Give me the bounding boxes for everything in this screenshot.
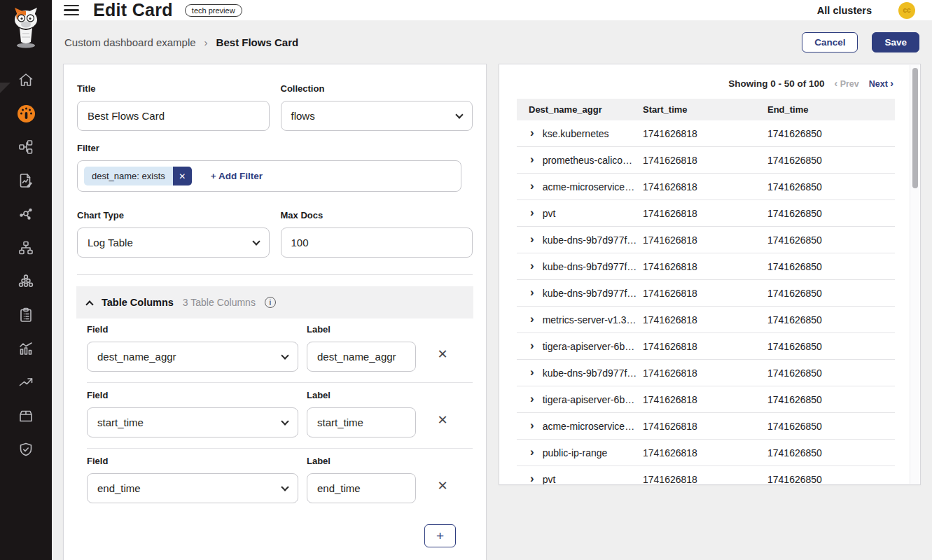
- topology-icon[interactable]: [9, 231, 43, 265]
- field-label: Field: [87, 324, 298, 335]
- content-area: Custom dashboard example › Best Flows Ca…: [52, 20, 932, 560]
- row-expand-chevron-icon[interactable]: ›: [530, 447, 534, 458]
- cell-dest-name: prometheus-calico…: [543, 155, 632, 166]
- table-row[interactable]: › tigera-apiserver-6b… 1741626818 174162…: [517, 386, 895, 413]
- table-row[interactable]: › pvt 1741626818 1741626850: [517, 200, 895, 227]
- row-expand-chevron-icon[interactable]: ›: [530, 421, 534, 432]
- chevron-down-icon: [281, 351, 288, 359]
- field-value: start_time: [97, 416, 144, 428]
- remove-column-icon[interactable]: ✕: [432, 412, 453, 428]
- max-docs-input[interactable]: [281, 227, 473, 258]
- chart-type-select[interactable]: Log Table: [77, 227, 270, 258]
- filter-chip-text: dest_name: exists: [84, 167, 173, 186]
- save-button[interactable]: Save: [872, 32, 919, 52]
- cell-end-time: 1741626850: [767, 314, 895, 326]
- table-row[interactable]: › tigera-apiserver-6b… 1741626818 174162…: [517, 333, 895, 360]
- table-row[interactable]: › kube-dns-9b7d977f… 1741626818 17416268…: [517, 227, 895, 253]
- row-expand-chevron-icon[interactable]: ›: [530, 314, 534, 326]
- cluster-selector[interactable]: All clusters: [817, 5, 872, 16]
- prev-page-button[interactable]: ‹ Prev: [834, 78, 858, 89]
- filter-input[interactable]: dest_name: exists ✕ + Add Filter: [77, 160, 461, 192]
- chevron-down-icon: [455, 111, 463, 118]
- row-expand-chevron-icon[interactable]: ›: [530, 181, 534, 192]
- row-expand-chevron-icon[interactable]: ›: [530, 474, 534, 485]
- label-label: Label: [307, 324, 416, 335]
- chevron-up-icon: [85, 300, 93, 308]
- row-expand-chevron-icon[interactable]: ›: [530, 155, 534, 166]
- cell-dest-name: acme-microservice…: [543, 421, 634, 432]
- card-editor-panel: Title Collection flows Filter: [63, 64, 487, 560]
- user-avatar[interactable]: cc: [898, 2, 915, 19]
- label-input[interactable]: [307, 473, 416, 503]
- table-row[interactable]: › public-ip-range 1741626818 1741626850: [517, 440, 895, 466]
- column-config-row: Field end_time Label ✕: [77, 450, 473, 503]
- row-expand-chevron-icon[interactable]: ›: [530, 341, 534, 352]
- cell-start-time: 1741626818: [643, 314, 767, 326]
- field-value: end_time: [97, 482, 141, 494]
- table-scrollbar-track[interactable]: [910, 65, 919, 484]
- table-row[interactable]: › prometheus-calico… 1741626818 17416268…: [517, 147, 895, 174]
- column-header-start: Start_time: [643, 104, 767, 115]
- cell-start-time: 1741626818: [643, 341, 767, 352]
- cell-end-time: 1741626850: [767, 421, 895, 432]
- next-page-button[interactable]: Next ›: [869, 78, 893, 89]
- row-expand-chevron-icon[interactable]: ›: [530, 394, 534, 405]
- remove-column-icon[interactable]: ✕: [432, 478, 453, 493]
- table-columns-collapse-header[interactable]: Table Columns 3 Table Columns i: [76, 286, 473, 318]
- chevron-down-icon: [252, 237, 260, 245]
- network-flows-icon[interactable]: [9, 130, 43, 164]
- row-expand-chevron-icon[interactable]: ›: [530, 288, 534, 299]
- cell-dest-name: kube-dns-9b7d977f…: [543, 288, 637, 299]
- title-input[interactable]: [77, 101, 270, 131]
- cell-start-time: 1741626818: [643, 208, 767, 219]
- table-row[interactable]: › kube-dns-9b7d977f… 1741626818 17416268…: [517, 253, 895, 280]
- add-column-button[interactable]: +: [424, 524, 456, 547]
- field-select[interactable]: dest_name_aggr: [87, 342, 298, 372]
- package-icon[interactable]: [9, 399, 43, 433]
- row-expand-chevron-icon[interactable]: ›: [530, 261, 534, 272]
- table-row[interactable]: › acme-microservice… 1741626818 17416268…: [517, 174, 895, 200]
- cell-dest-name: tigera-apiserver-6b…: [543, 394, 635, 405]
- prev-label: Prev: [840, 79, 859, 89]
- sidebar: [0, 0, 52, 560]
- service-graph-icon[interactable]: [9, 197, 43, 231]
- field-select[interactable]: end_time: [87, 473, 298, 503]
- calico-cat-logo[interactable]: [8, 0, 44, 55]
- clusters-icon[interactable]: [9, 265, 43, 298]
- table-row[interactable]: › metrics-server-v1.3… 1741626818 174162…: [517, 307, 895, 333]
- row-expand-chevron-icon[interactable]: ›: [530, 234, 534, 246]
- breadcrumb-current: Best Flows Card: [216, 36, 299, 48]
- logs-chart-icon[interactable]: [9, 332, 43, 365]
- hamburger-menu-icon[interactable]: [64, 5, 79, 16]
- shield-check-icon[interactable]: [9, 433, 43, 466]
- row-expand-chevron-icon[interactable]: ›: [530, 368, 534, 379]
- pagination-showing: Showing 0 - 50 of 100: [728, 78, 824, 89]
- home-icon[interactable]: [9, 63, 43, 97]
- field-select[interactable]: start_time: [87, 407, 298, 438]
- table-row[interactable]: › kube-dns-9b7d977f… 1741626818 17416268…: [517, 360, 895, 386]
- clipboard-list-icon[interactable]: [9, 298, 43, 332]
- table-row[interactable]: › kse.kubernetes 1741626818 1741626850: [517, 120, 895, 147]
- row-expand-chevron-icon[interactable]: ›: [530, 128, 534, 139]
- row-expand-chevron-icon[interactable]: ›: [530, 208, 534, 219]
- cell-dest-name: tigera-apiserver-6b…: [543, 341, 635, 352]
- label-input[interactable]: [307, 407, 416, 438]
- breadcrumb-parent-link[interactable]: Custom dashboard example: [64, 36, 196, 48]
- remove-column-icon[interactable]: ✕: [432, 346, 453, 362]
- flows-table-rows: › kse.kubernetes 1741626818 1741626850 ›…: [517, 120, 895, 485]
- cancel-button[interactable]: Cancel: [802, 32, 858, 52]
- table-scrollbar-thumb[interactable]: [912, 68, 918, 188]
- filter-chip-remove-icon[interactable]: ✕: [173, 167, 192, 186]
- label-input[interactable]: [307, 342, 416, 372]
- cell-dest-name: pvt: [543, 474, 556, 485]
- breadcrumb: Custom dashboard example › Best Flows Ca…: [63, 20, 921, 64]
- trending-icon[interactable]: [9, 365, 43, 399]
- table-row[interactable]: › acme-microservice… 1741626818 17416268…: [517, 413, 895, 440]
- table-row[interactable]: › kube-dns-9b7d977f… 1741626818 17416268…: [517, 280, 895, 307]
- table-row[interactable]: › pvt 1741626818 1741626850: [517, 466, 895, 485]
- add-filter-link[interactable]: + Add Filter: [211, 171, 263, 181]
- report-edit-icon[interactable]: [9, 164, 43, 197]
- title-label: Title: [77, 83, 270, 94]
- collection-select[interactable]: flows: [281, 101, 473, 131]
- dashboards-gauge-icon[interactable]: [9, 97, 43, 130]
